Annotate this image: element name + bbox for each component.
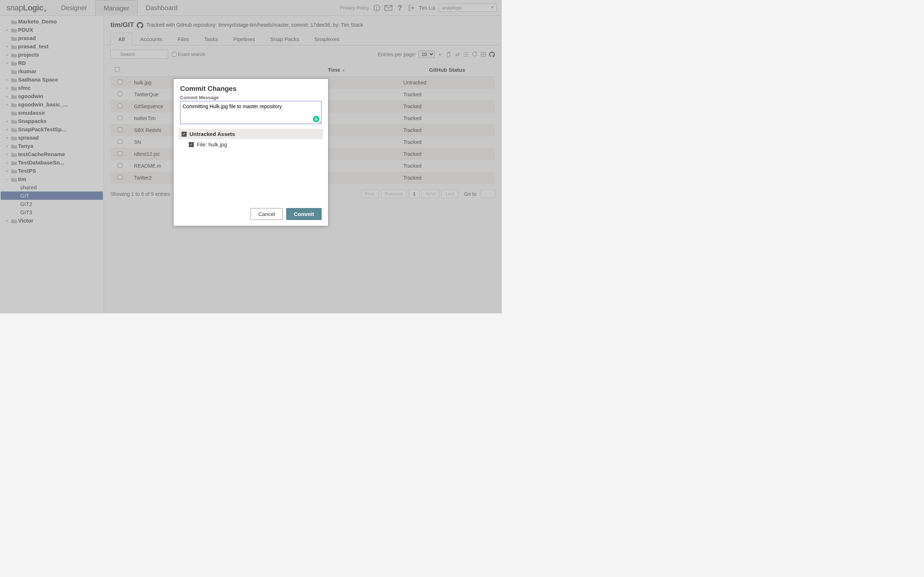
commit-msg-input[interactable] [180,101,321,124]
file-checkbox[interactable]: ✓ [189,142,194,147]
modal-body: Commit Message G ✓ Untracked Assets ✓ Fi… [174,95,328,153]
commit-button[interactable]: Commit [286,208,321,220]
file-row: ✓ File: hulk.jpg [180,139,321,150]
section-checkbox[interactable]: ✓ [181,132,187,137]
untracked-section: ✓ Untracked Assets [179,129,323,139]
commit-modal: Commit Changes Commit Message G ✓ Untrac… [173,79,328,226]
modal-footer: Cancel Commit [174,204,328,226]
cancel-button[interactable]: Cancel [250,208,283,220]
modal-overlay: Commit Changes Commit Message G ✓ Untrac… [0,0,502,313]
modal-title: Commit Changes [174,79,328,95]
commit-msg-label: Commit Message [180,95,321,100]
grammarly-icon[interactable]: G [313,116,320,122]
